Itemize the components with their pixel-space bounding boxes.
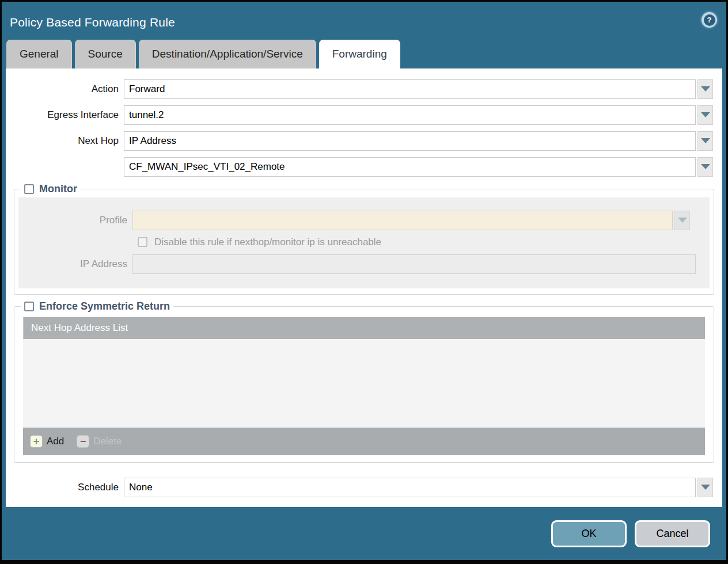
dialog-title: Policy Based Forwarding Rule (10, 16, 175, 29)
enforce-symmetric-return-legend-label: Enforce Symmetric Return (39, 300, 170, 313)
monitor-ip-address-label: IP Address (23, 258, 132, 270)
enforce-symmetric-return-section: Enforce Symmetric Return Next Hop Addres… (14, 300, 714, 463)
chevron-down-icon (701, 485, 710, 490)
profile-combo (132, 211, 690, 230)
next-hop-row: Next Hop (6, 131, 713, 151)
action-row: Action (6, 79, 713, 99)
question-mark-glyph: ? (704, 14, 715, 26)
chevron-down-icon (701, 138, 710, 143)
action-combo (124, 79, 713, 99)
disable-rule-label: Disable this rule if nexthop/monitor ip … (154, 237, 381, 248)
egress-interface-input[interactable] (124, 105, 696, 125)
schedule-input[interactable] (124, 478, 696, 497)
next-hop-label: Next Hop (6, 135, 124, 147)
action-input[interactable] (124, 79, 696, 99)
ok-button[interactable]: OK (551, 520, 627, 547)
schedule-dropdown-button[interactable] (697, 478, 713, 497)
add-button[interactable]: + Add (30, 435, 64, 448)
profile-dropdown-button (674, 211, 690, 230)
profile-input (132, 211, 673, 230)
table-body-empty[interactable] (23, 339, 705, 428)
disable-rule-row: Disable this rule if nexthop/monitor ip … (138, 237, 696, 248)
next-hop-address-row (6, 157, 713, 177)
monitor-legend: Monitor (21, 183, 81, 195)
dialog-titlebar: Policy Based Forwarding Rule ? (2, 2, 726, 39)
tab-bar: General Source Destination/Application/S… (2, 39, 726, 68)
next-hop-combo (124, 131, 713, 151)
forwarding-panel: Action Egress Interface Next Hop (6, 68, 722, 508)
delete-button-label: Delete (93, 436, 122, 447)
chevron-down-icon (678, 218, 687, 223)
pbf-rule-dialog: Policy Based Forwarding Rule ? General S… (0, 0, 728, 564)
monitor-ip-address-input (132, 254, 696, 274)
next-hop-dropdown-button[interactable] (697, 131, 713, 151)
delete-button: − Delete (77, 435, 122, 448)
minus-glyph: − (80, 436, 86, 447)
next-hop-address-table: Next Hop Address List + Add − Delete (23, 317, 705, 455)
tab-destination-application-service[interactable]: Destination/Application/Service (139, 40, 316, 68)
egress-interface-dropdown-button[interactable] (697, 105, 713, 125)
profile-label: Profile (23, 215, 132, 226)
egress-interface-row: Egress Interface (6, 105, 713, 125)
enforce-symmetric-return-legend: Enforce Symmetric Return (21, 300, 173, 313)
chevron-down-icon (701, 164, 710, 169)
delete-minus-icon: − (77, 435, 89, 448)
monitor-checkbox[interactable] (24, 184, 34, 194)
next-hop-address-dropdown-button[interactable] (697, 157, 713, 177)
table-header-next-hop-address-list: Next Hop Address List (23, 317, 705, 339)
action-label: Action (6, 83, 124, 95)
chevron-down-icon (701, 112, 710, 117)
egress-interface-combo (124, 105, 713, 125)
egress-interface-label: Egress Interface (6, 109, 124, 121)
next-hop-address-combo (124, 157, 713, 177)
tab-forwarding[interactable]: Forwarding (319, 40, 400, 68)
disable-rule-checkbox (138, 237, 147, 247)
help-icon[interactable]: ? (702, 12, 717, 28)
schedule-combo (124, 478, 713, 497)
plus-glyph: + (33, 436, 40, 447)
profile-row: Profile (23, 211, 696, 230)
schedule-label: Schedule (6, 482, 124, 493)
action-dropdown-button[interactable] (697, 79, 713, 99)
monitor-disabled-panel: Profile Disable this rule if nexthop/mon… (18, 197, 710, 288)
tab-source[interactable]: Source (75, 40, 136, 68)
tab-general[interactable]: General (6, 40, 72, 68)
table-toolbar: + Add − Delete (23, 428, 705, 455)
next-hop-type-input[interactable] (124, 131, 696, 151)
add-plus-icon: + (30, 435, 43, 448)
add-button-label: Add (47, 436, 64, 447)
monitor-section: Monitor Profile Disable this rule if nex… (14, 183, 714, 295)
chevron-down-icon (701, 86, 710, 92)
next-hop-address-input[interactable] (124, 157, 696, 177)
schedule-row: Schedule (6, 478, 713, 497)
cancel-button[interactable]: Cancel (635, 520, 710, 547)
monitor-ip-address-row: IP Address (23, 254, 696, 274)
enforce-symmetric-return-checkbox[interactable] (24, 302, 34, 311)
monitor-legend-label: Monitor (39, 183, 77, 195)
dialog-footer: OK Cancel (2, 507, 726, 560)
